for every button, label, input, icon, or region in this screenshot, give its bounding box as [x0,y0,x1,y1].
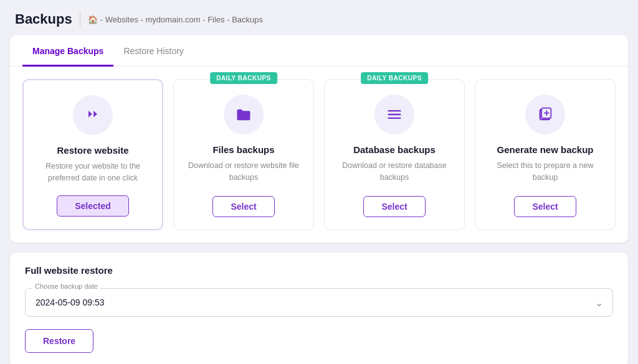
page-title: Backups [15,11,72,27]
tab-manage-backups[interactable]: Manage Backups [22,35,113,67]
backup-date-select[interactable]: 2024-05-09 09:53 [25,288,613,317]
card-generate-backup-desc: Select this to prepare a new backup [485,160,605,185]
restore-website-icon [73,95,113,135]
header-divider [80,12,80,27]
database-backups-icon [374,95,414,134]
card-files-backups-button[interactable]: Select [212,196,274,217]
tab-bar: Manage Backups Restore History [10,35,628,67]
page-header: Backups 🏠 - Websites - mydomain.com - Fi… [0,0,638,35]
card-generate-backup: Generate new backup Select this to prepa… [475,79,616,230]
files-daily-badge: DAILY BACKUPS [210,72,277,84]
backup-grid: Restore website Restore your website to … [10,67,628,243]
breadcrumb-home-icon: 🏠 [88,15,98,24]
bottom-section-title: Full website restore [25,265,613,276]
card-database-backups-desc: Download or restore database backups [335,160,454,185]
card-generate-backup-title: Generate new backup [497,144,593,155]
tab-restore-history[interactable]: Restore History [113,35,193,67]
card-files-backups: DAILY BACKUPS Files backups Download or … [173,79,314,230]
generate-backup-icon [525,95,565,134]
card-database-backups-button[interactable]: Select [363,196,425,217]
backup-date-label: Choose backup date [32,282,100,290]
bottom-section: Full website restore Choose backup date … [10,253,628,365]
card-files-backups-desc: Download or restore website file backups [184,160,303,185]
main-card: Manage Backups Restore History Restore w… [10,35,628,243]
card-restore-website: Restore website Restore your website to … [22,79,163,230]
database-daily-badge: DAILY BACKUPS [361,72,428,84]
card-database-backups: DAILY BACKUPS Database backups Download … [324,79,465,230]
backup-date-field: Choose backup date 2024-05-09 09:53 ⌄ [25,288,613,317]
files-backups-icon [224,95,264,134]
breadcrumb-text: - Websites - mydomain.com - Files - Back… [100,15,263,24]
card-generate-backup-button[interactable]: Select [514,196,576,217]
card-restore-website-button[interactable]: Selected [57,195,129,217]
main-content: Manage Backups Restore History Restore w… [0,35,638,253]
card-restore-website-title: Restore website [57,145,128,156]
restore-button[interactable]: Restore [25,329,93,353]
breadcrumb: 🏠 - Websites - mydomain.com - Files - Ba… [88,15,263,24]
card-restore-website-desc: Restore your website to the preferred da… [34,161,152,184]
card-database-backups-title: Database backups [353,144,436,155]
card-files-backups-title: Files backups [212,144,274,155]
